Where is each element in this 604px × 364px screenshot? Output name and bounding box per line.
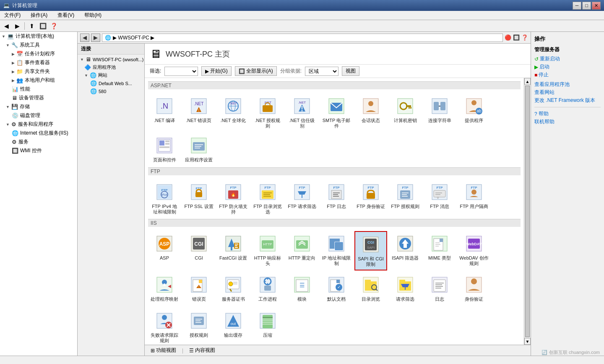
toolbar-forward[interactable]: ▶	[13, 21, 22, 31]
tree-root[interactable]: ▼ 💻 计算机管理(本地)	[0, 32, 77, 41]
scroll-thumb[interactable]	[525, 86, 530, 337]
icon-req-filter[interactable]: 请求筛选	[389, 272, 422, 304]
right-link-online-help[interactable]: 联机帮助	[534, 118, 601, 126]
icon-dir-browse[interactable]: 目录浏览	[354, 272, 387, 304]
right-link-dotnet[interactable]: 更改 .NET Framework 版本	[534, 96, 601, 104]
connect-580[interactable]: 🌐 580	[78, 87, 143, 95]
icon-ftp-msg[interactable]: FTP FTP 消息	[423, 179, 456, 217]
icon-http-redirect[interactable]: HTTP 重定向	[286, 231, 318, 270]
icon-dotnet-auth[interactable]: .NET .NET 授权规则	[251, 94, 284, 131]
addr-icon2[interactable]: 🔲	[513, 34, 520, 41]
icon-pagecontrol[interactable]: 页面和控件	[148, 133, 181, 165]
right-link-help[interactable]: ? 帮助	[534, 110, 601, 118]
tree-services[interactable]: ⚙ 服务	[0, 138, 77, 146]
tree-shared-folders[interactable]: ▶ 📁 共享文件夹	[0, 67, 77, 76]
addr-icon3[interactable]: ❓	[521, 34, 528, 41]
tree-system-tools[interactable]: ▼ 🔧 系统工具	[0, 41, 77, 49]
icon-provider[interactable]: ab 提供程序	[458, 94, 490, 131]
icon-fastcgi[interactable]: FastCGI 设置	[217, 231, 250, 270]
icon-dotnet-global[interactable]: .NET .NET 全球化	[217, 94, 250, 131]
icon-ftp-ipv4[interactable]: FTP IPv4 FTP IPv4 地址和域限制	[148, 179, 181, 217]
tree-event-viewer[interactable]: ▶ 📋 事件查看器	[0, 58, 77, 67]
nav-forward-button[interactable]: ▶	[91, 34, 100, 42]
menu-view[interactable]: 查看(V)	[55, 11, 77, 20]
icon-ftp-req[interactable]: FTP FTP 请求筛选	[286, 179, 318, 217]
minimize-button[interactable]: ─	[573, 2, 581, 10]
icon-ip-limit[interactable]: IP 地址和域限制	[320, 231, 353, 270]
vertical-scrollbar[interactable]: ▲ ▼	[524, 78, 531, 345]
connect-server[interactable]: ▼ 🖥 WWSOFT-PC (wwsoft...)	[78, 55, 143, 63]
icon-modules[interactable]: ☰ 模块	[286, 272, 318, 304]
icon-http-response[interactable]: HTTP HTTP 响应标头	[251, 231, 284, 270]
content-view-button[interactable]: ☰ 内容视图	[187, 346, 218, 355]
right-link-restart[interactable]: ↺ 重新启动	[534, 55, 601, 63]
icon-ftp-auth[interactable]: FTP FTP 身份验证	[354, 179, 387, 217]
groupby-select[interactable]: 区域	[305, 67, 338, 76]
maximize-button[interactable]: □	[582, 2, 591, 10]
tree-iis[interactable]: 🌐 Internet 信息服务(IIS)	[0, 129, 77, 138]
right-link-apppool[interactable]: 查看应用程序池	[534, 81, 601, 88]
icon-machinekey[interactable]: 计算机密钥	[389, 94, 422, 131]
icon-asp[interactable]: ASP ASP	[148, 231, 181, 270]
icon-ftp-perm[interactable]: FTP FTP 授权规则	[389, 179, 422, 217]
icon-worker[interactable]: 工作进程	[251, 272, 284, 304]
toolbar-help[interactable]: ❓	[49, 21, 58, 31]
addr-icon1[interactable]: 🔴	[505, 34, 511, 41]
nav-back-button[interactable]: ◀	[80, 34, 89, 42]
tree-device-manager[interactable]: 🖥 设备管理器	[0, 94, 77, 102]
connect-apppool[interactable]: 🔷 应用程序池	[78, 63, 143, 71]
icon-auth-rules[interactable]: 授权规则	[182, 308, 215, 345]
icon-default-doc[interactable]: ✓ 默认文档	[320, 272, 353, 304]
tree-storage[interactable]: ▼ 💾 存储	[0, 102, 77, 111]
icon-logging[interactable]: 日志	[423, 272, 456, 304]
function-view-button[interactable]: ⊞ 功能视图	[148, 346, 179, 355]
icon-dotnet-error[interactable]: .NET ! .NET 错误页	[182, 94, 215, 131]
icon-out-cache[interactable]: out 输出缓存	[217, 308, 250, 345]
icon-ftp-user[interactable]: FTP FTP 用户隔商	[458, 179, 490, 217]
icon-dotnet-trust[interactable]: .NET .NET 信任级别	[286, 94, 318, 131]
tree-services-apps[interactable]: ▼ ⚙ 服务和应用程序	[0, 120, 77, 129]
toolbar-up[interactable]: ⬆	[27, 21, 36, 31]
right-link-start[interactable]: ▶ 启动	[534, 63, 601, 71]
menu-file[interactable]: 文件(F)	[2, 11, 23, 20]
close-button[interactable]: ✕	[592, 2, 601, 10]
icon-mime[interactable]: MIME 类型	[423, 231, 456, 270]
icon-ftp-ssl[interactable]: FTP FTP SSL 设置	[182, 179, 215, 217]
tree-performance[interactable]: 📊 性能	[0, 85, 77, 94]
icon-compress[interactable]: 压缩	[251, 308, 284, 345]
connect-website[interactable]: ▼ 🌐 网站	[78, 71, 143, 79]
toolbar-back[interactable]: ◀	[2, 21, 11, 31]
icon-error-page[interactable]: ! 错误页	[182, 272, 215, 304]
icon-failed-req[interactable]: 失败请求限踪规则	[148, 308, 181, 345]
connect-default-web[interactable]: 🌐 Default Web S...	[78, 79, 143, 87]
icon-appset[interactable]: 应用程序设置	[182, 133, 215, 165]
show-all-button[interactable]: 🔲 全部显示(A)	[235, 66, 277, 76]
scroll-up[interactable]: ▲	[524, 78, 531, 85]
tree-wmi[interactable]: 🔲 WMI 控件	[0, 146, 77, 155]
icon-smtp[interactable]: SMTP 电子邮件	[320, 94, 353, 131]
icon-session[interactable]: 会话状态	[354, 94, 387, 131]
icon-sapi-cgi[interactable]: CGI SAPI SAPI 和 CGI 限制	[354, 231, 387, 270]
toolbar-show-hide[interactable]: 🔲	[38, 21, 47, 31]
icon-webdav[interactable]: WebDAV WebDAV 创作规则	[458, 231, 490, 270]
icon-auth[interactable]: 身份验证	[458, 272, 490, 304]
icon-cgi[interactable]: CGI CGI	[182, 231, 215, 270]
icon-ftp-dir[interactable]: FTP FTP 目录浏览选	[251, 179, 284, 217]
tree-disk-mgmt[interactable]: 💿 磁盘管理	[0, 111, 77, 120]
icon-ftp-firewall[interactable]: FTP 🔥 FTP 防火墙支持	[217, 179, 250, 217]
icon-ssl-cert[interactable]: 服务器证书	[217, 272, 250, 304]
filter-select[interactable]	[164, 67, 198, 76]
right-link-website[interactable]: 查看网站	[534, 88, 601, 96]
icon-ftp-log[interactable]: FTP FTP 日志	[320, 179, 353, 217]
tree-task-scheduler[interactable]: ▶ 📅 任务计划程序	[0, 49, 77, 58]
icon-connstr[interactable]: 连接字符串	[423, 94, 456, 131]
menu-help[interactable]: 帮助(H)	[82, 11, 104, 20]
right-link-stop[interactable]: ■ 停止	[534, 71, 601, 79]
icon-handler[interactable]: 处理程序映射	[148, 272, 181, 304]
start-button[interactable]: ▶ 开始(G)	[201, 66, 231, 76]
menu-action[interactable]: 操作(A)	[28, 11, 50, 20]
view-button[interactable]: 视图	[342, 66, 359, 76]
icon-isapi[interactable]: ISAPI 筛选器	[389, 231, 422, 270]
scroll-down[interactable]: ▼	[524, 338, 531, 345]
tree-local-users[interactable]: ▶ 👥 本地用户和组	[0, 76, 77, 85]
